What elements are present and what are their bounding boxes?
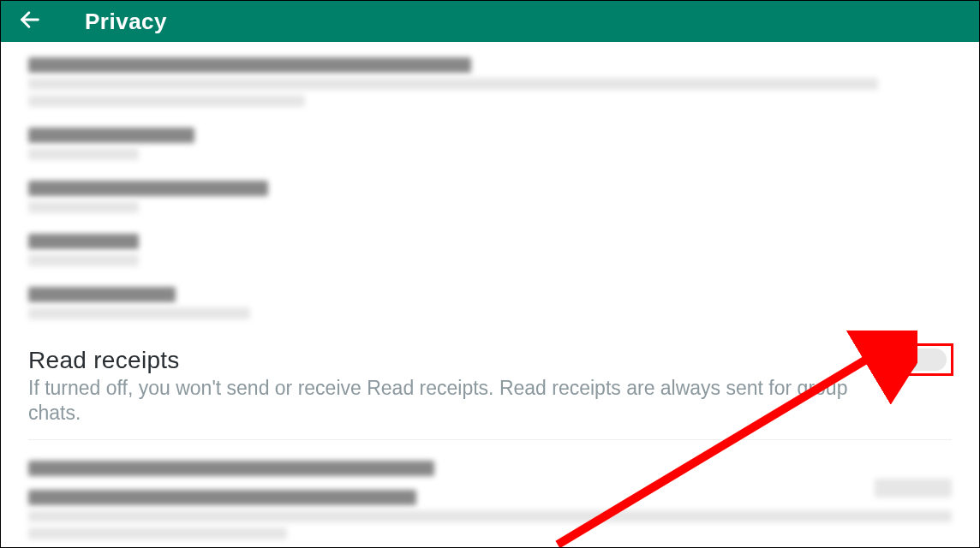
back-button[interactable] [18, 8, 42, 35]
blurred-setting-3 [28, 181, 952, 213]
blurred-setting-6 [28, 461, 952, 539]
toggle-thumb-icon [892, 347, 917, 372]
read-receipts-toggle-wrap [893, 348, 947, 371]
blurred-setting-5 [28, 287, 952, 319]
blurred-right-element [875, 479, 952, 503]
read-receipts-setting[interactable]: Read receipts If turned off, you won't s… [28, 340, 952, 440]
blurred-setting-2 [28, 128, 952, 160]
read-receipts-toggle[interactable] [893, 348, 947, 371]
settings-list: Read receipts If turned off, you won't s… [1, 42, 979, 548]
read-receipts-text: Read receipts If turned off, you won't s… [28, 347, 893, 426]
blurred-setting-4 [28, 234, 952, 266]
privacy-header: Privacy [1, 1, 979, 42]
page-title: Privacy [85, 9, 167, 35]
read-receipts-description: If turned off, you won't send or receive… [28, 376, 859, 426]
read-receipts-title: Read receipts [28, 347, 859, 374]
blurred-setting-1 [28, 57, 952, 107]
